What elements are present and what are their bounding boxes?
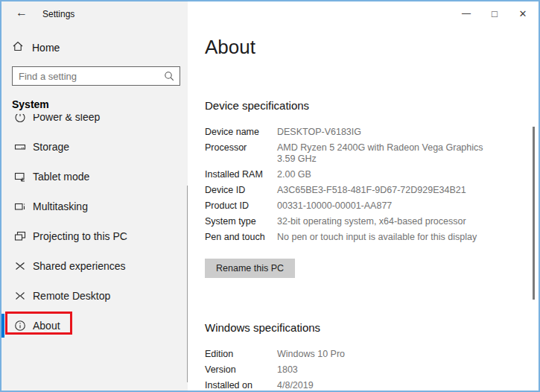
multitasking-icon (14, 200, 26, 212)
info-icon (14, 320, 26, 332)
sidebar-nav: Power & sleep Storage Tablet mode Multit… (1, 114, 188, 391)
search-icon[interactable] (164, 71, 174, 81)
main-scrollbar[interactable] (533, 127, 535, 300)
sidebar: ← Settings Home System Power & sleep (1, 1, 188, 391)
window-controls: — □ ✕ (452, 1, 539, 25)
storage-icon (14, 141, 26, 153)
search-box[interactable] (12, 66, 180, 86)
projecting-icon (14, 230, 26, 242)
selected-accent-bar (1, 314, 4, 338)
app-title: Settings (42, 9, 74, 19)
sidebar-item-remote-desktop[interactable]: Remote Desktop (1, 281, 188, 311)
home-icon (12, 40, 24, 55)
power-icon (14, 114, 26, 123)
table-row: Pen and touch No pen or touch input is a… (205, 232, 525, 243)
table-row: Installed on 4/8/2019 (205, 380, 525, 391)
table-row: Device name DESKTOP-V6183IG (205, 127, 525, 138)
page-title: About (205, 36, 255, 59)
sidebar-item-projecting[interactable]: Projecting to this PC (1, 221, 188, 251)
sidebar-section-system: System (12, 98, 49, 110)
table-row: Installed RAM 2.00 GB (205, 169, 525, 180)
device-specifications-table: Device name DESKTOP-V6183IG Processor AM… (205, 127, 525, 247)
table-row: Device ID A3C65BE3-F518-481F-9D67-72D929… (205, 185, 525, 196)
windows-specifications-table: Edition Windows 10 Pro Version 1803 Inst… (205, 349, 525, 392)
windows-specifications-heading: Windows specifications (205, 321, 320, 334)
table-row: Edition Windows 10 Pro (205, 349, 525, 360)
shared-experiences-icon (14, 260, 26, 272)
sidebar-item-tablet-mode[interactable]: Tablet mode (1, 162, 188, 192)
table-row: Product ID 00331-10000-00001-AA877 (205, 200, 525, 212)
sidebar-item-about[interactable]: About (1, 311, 188, 341)
table-row: System type 32-bit operating system, x64… (205, 216, 525, 227)
device-specifications-heading: Device specifications (205, 99, 309, 112)
sidebar-item-multitasking[interactable]: Multitasking (1, 192, 188, 221)
sidebar-item-storage[interactable]: Storage (1, 132, 188, 162)
table-row: Processor AMD Ryzen 5 2400G with Radeon … (205, 142, 525, 165)
close-icon[interactable]: ✕ (509, 1, 537, 25)
tablet-icon (14, 171, 26, 183)
remote-desktop-icon (14, 290, 26, 302)
table-row: Version 1803 (205, 364, 525, 376)
sidebar-item-home[interactable]: Home (12, 40, 60, 55)
minimize-icon[interactable]: — (452, 1, 480, 25)
sidebar-item-shared-experiences[interactable]: Shared experiences (1, 251, 188, 281)
rename-this-pc-button[interactable]: Rename this PC (205, 259, 295, 278)
maximize-icon[interactable]: □ (480, 1, 509, 25)
home-label: Home (32, 42, 60, 54)
back-icon[interactable]: ← (16, 6, 28, 19)
sidebar-item-power-sleep[interactable]: Power & sleep (1, 114, 188, 132)
settings-window: ← Settings Home System Power & sleep (0, 0, 540, 392)
main-content: About Device specifications Device name … (188, 1, 539, 391)
search-input[interactable] (13, 71, 164, 82)
